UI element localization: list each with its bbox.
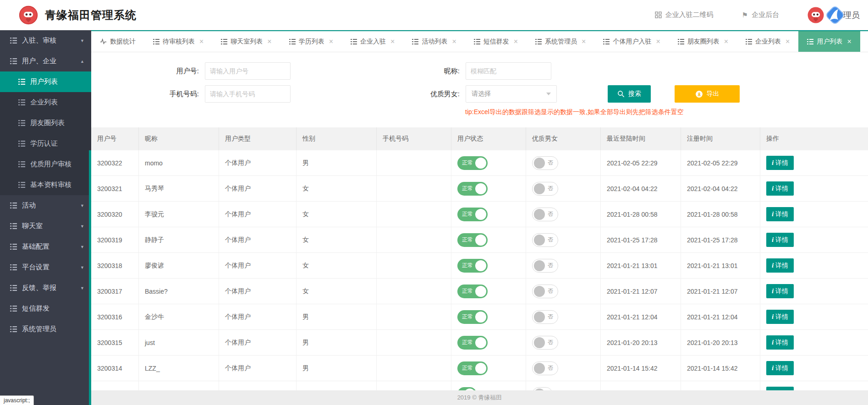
status-toggle[interactable]: 正常 bbox=[457, 336, 488, 350]
detail-button[interactable]: i 详情 bbox=[766, 156, 794, 170]
status-toggle[interactable] bbox=[457, 387, 477, 391]
sidebar-item[interactable]: 用户列表 bbox=[0, 71, 91, 92]
status-toggle[interactable]: 正常 bbox=[457, 361, 488, 375]
sidebar-item[interactable]: 聊天室 ▼ bbox=[0, 216, 91, 236]
detail-button[interactable]: i 详情 bbox=[766, 207, 794, 221]
list-icon bbox=[18, 79, 25, 85]
tab[interactable]: 待审核列表 × bbox=[144, 31, 212, 52]
tab-close-icon[interactable]: × bbox=[582, 38, 586, 45]
sidebar-item[interactable]: 活动 ▼ bbox=[0, 195, 91, 216]
tab[interactable]: 个体用户入驻 × bbox=[594, 31, 669, 52]
phone-input[interactable] bbox=[205, 85, 291, 103]
table-row: 3200315 just 个体用户 男 正常 否 2021-01-20 20:1… bbox=[91, 330, 868, 356]
chevron-icon: ▼ bbox=[80, 38, 84, 43]
sidebar-item[interactable]: 学历认证 bbox=[0, 133, 91, 154]
quality-toggle[interactable] bbox=[532, 387, 553, 391]
column-header: 用户状态 bbox=[451, 127, 526, 150]
tab-close-icon[interactable]: × bbox=[390, 38, 395, 45]
cell-gender: 男 bbox=[297, 304, 377, 329]
sidebar-item[interactable]: 基础配置 ▼ bbox=[0, 236, 91, 257]
sidebar-item[interactable]: 反馈、举报 ▼ bbox=[0, 278, 91, 298]
tab-close-icon[interactable]: × bbox=[786, 38, 790, 45]
tab-close-icon[interactable]: × bbox=[452, 38, 456, 45]
cell-gender: 女 bbox=[297, 176, 377, 201]
sidebar-scrollbar-thumb[interactable] bbox=[89, 150, 91, 405]
status-toggle[interactable]: 正常 bbox=[457, 233, 488, 247]
quality-toggle[interactable]: 否 bbox=[532, 336, 558, 350]
tab[interactable]: 活动列表 × bbox=[403, 31, 465, 52]
sidebar-item[interactable]: 系统管理员 bbox=[0, 319, 91, 339]
sidebar-item[interactable]: 企业列表 bbox=[0, 92, 91, 113]
cell-action: i 详情 bbox=[760, 279, 868, 304]
cell-user-id: 3200322 bbox=[91, 150, 139, 175]
enterprise-qrcode-link[interactable]: 企业入驻二维码 bbox=[655, 11, 714, 19]
enterprise-backend-link[interactable]: ⚑ 企业后台 bbox=[742, 11, 779, 19]
tab[interactable]: 企业入驻 × bbox=[342, 31, 403, 52]
quality-toggle[interactable]: 否 bbox=[532, 310, 558, 324]
export-button[interactable]: 导出 bbox=[675, 85, 740, 103]
tab-close-icon[interactable]: × bbox=[656, 38, 660, 45]
status-toggle[interactable]: 正常 bbox=[457, 310, 488, 324]
status-toggle[interactable]: 正常 bbox=[457, 156, 488, 170]
enterprise-qrcode-label: 企业入驻二维码 bbox=[665, 11, 714, 19]
tab[interactable]: 聊天室列表 × bbox=[212, 31, 280, 52]
sidebar-item[interactable]: 朋友圈列表 bbox=[0, 113, 91, 133]
avatar[interactable] bbox=[807, 6, 825, 24]
status-toggle[interactable]: 正常 bbox=[457, 259, 488, 273]
brand[interactable]: 青缘福田管理系统 bbox=[18, 5, 137, 25]
cell-gender: 女 bbox=[297, 253, 377, 278]
sidebar-item[interactable]: 平台设置 ▼ bbox=[0, 257, 91, 278]
detail-button[interactable]: i 详情 bbox=[766, 335, 794, 350]
tab-close-icon[interactable]: × bbox=[199, 38, 203, 45]
detail-button[interactable]: i 详情 bbox=[766, 181, 794, 196]
status-toggle[interactable]: 正常 bbox=[457, 285, 488, 298]
tab-close-icon[interactable]: × bbox=[267, 38, 271, 45]
detail-button[interactable]: i 详情 bbox=[766, 233, 794, 247]
tab[interactable]: 用户列表 × bbox=[798, 31, 860, 52]
quality-toggle[interactable]: 否 bbox=[532, 285, 558, 298]
cell-user-type: 个体用户 bbox=[219, 330, 297, 355]
detail-button[interactable]: i 详情 bbox=[766, 258, 794, 273]
sidebar-item-label: 聊天室 bbox=[22, 222, 43, 230]
sidebar-item[interactable]: 优质用户审核 bbox=[0, 154, 91, 175]
quality-toggle[interactable]: 否 bbox=[532, 259, 558, 273]
quality-toggle[interactable]: 否 bbox=[532, 182, 558, 196]
cell-user-id: 3200316 bbox=[91, 304, 139, 329]
status-toggle[interactable]: 正常 bbox=[457, 208, 488, 221]
column-header: 用户类型 bbox=[219, 127, 297, 150]
nickname-input[interactable] bbox=[466, 62, 551, 80]
user-id-input[interactable] bbox=[205, 62, 291, 80]
sidebar-item-label: 用户、企业 bbox=[22, 57, 56, 66]
cell-registered: 2021-01-21 12:04 bbox=[681, 304, 760, 329]
list-icon bbox=[18, 161, 25, 167]
tab-close-icon[interactable]: × bbox=[514, 38, 518, 45]
tab-close-icon[interactable]: × bbox=[724, 38, 728, 45]
search-button[interactable]: 搜索 bbox=[608, 85, 651, 103]
detail-button[interactable]: i 详情 bbox=[766, 361, 794, 375]
quality-toggle[interactable]: 否 bbox=[532, 156, 558, 170]
cell-registered: 2021-02-04 04:22 bbox=[681, 176, 760, 201]
detail-button[interactable]: i 详情 bbox=[766, 387, 794, 390]
quality-gender-select[interactable]: 请选择 bbox=[466, 85, 557, 103]
tab[interactable]: 学历列表 × bbox=[280, 31, 342, 52]
cell-action: i 详情 bbox=[760, 202, 868, 227]
status-toggle[interactable]: 正常 bbox=[457, 182, 488, 196]
quality-toggle[interactable]: 否 bbox=[532, 233, 558, 247]
sidebar-item[interactable]: 用户、企业 ▲ bbox=[0, 51, 91, 71]
sidebar-item[interactable]: 基本资料审核 bbox=[0, 175, 91, 195]
tab-close-icon[interactable]: × bbox=[847, 38, 851, 45]
sidebar-item[interactable]: 短信群发 bbox=[0, 298, 91, 319]
detail-button[interactable]: i 详情 bbox=[766, 310, 794, 324]
tab[interactable]: 企业列表 × bbox=[737, 31, 798, 52]
tab-close-icon[interactable]: × bbox=[329, 38, 333, 45]
tab[interactable]: 朋友圈列表 × bbox=[669, 31, 737, 52]
quality-toggle[interactable]: 否 bbox=[532, 361, 558, 375]
cell-gender: 男 bbox=[297, 150, 377, 175]
tab[interactable]: 短信群发 × bbox=[465, 31, 527, 52]
quality-toggle[interactable]: 否 bbox=[532, 208, 558, 221]
content: 数据统计 × 待审核列表 × bbox=[91, 30, 868, 405]
tab[interactable]: 系统管理员 × bbox=[527, 31, 594, 52]
tab[interactable]: 数据统计 × bbox=[91, 31, 144, 52]
detail-button[interactable]: i 详情 bbox=[766, 284, 794, 298]
sidebar-item[interactable]: 入驻、审核 ▼ bbox=[0, 30, 91, 51]
